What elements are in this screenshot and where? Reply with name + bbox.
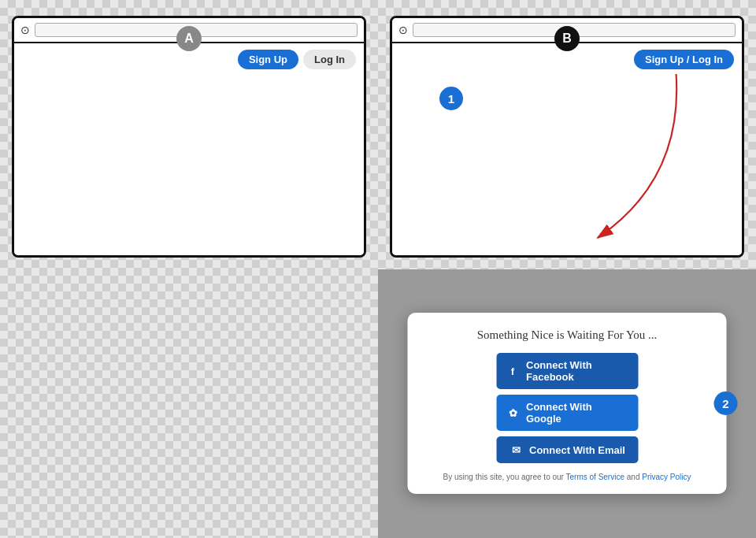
quadrant-b-inner: B ⊙ Sign Up / Log In 1 — [390, 16, 744, 258]
login-button-a[interactable]: Log In — [303, 50, 356, 69]
quadrant-d-inner: Something Nice is Waiting For You ... f … — [390, 281, 744, 527]
browser-window-b: B ⊙ Sign Up / Log In 1 — [390, 16, 744, 258]
privacy-policy-link[interactable]: Privacy Policy — [642, 473, 691, 481]
signup-login-button[interactable]: Sign Up / Log In — [634, 50, 734, 69]
google-icon: ✿ — [506, 406, 520, 420]
link-icon-a: ⊙ — [20, 24, 30, 36]
quadrant-a: A ⊙ Sign Up Log In — [0, 0, 378, 269]
terms-text: By using this site, you agree to our Ter… — [427, 473, 708, 481]
quadrant-c — [0, 269, 378, 539]
browser-window-a: A ⊙ Sign Up Log In — [12, 16, 366, 258]
browser-content-a: Sign Up Log In — [14, 43, 364, 255]
quadrant-b: B ⊙ Sign Up / Log In 1 — [378, 0, 756, 269]
connect-facebook-button[interactable]: f Connect With Facebook — [496, 353, 638, 389]
quadrant-d: Something Nice is Waiting For You ... f … — [378, 269, 756, 539]
connect-email-button[interactable]: ✉ Connect With Email — [496, 436, 638, 463]
nav-buttons-a: Sign Up Log In — [238, 50, 356, 69]
label-b: B — [554, 26, 580, 51]
signup-button-a[interactable]: Sign Up — [238, 50, 298, 69]
email-icon: ✉ — [509, 443, 523, 457]
link-icon-b: ⊙ — [398, 24, 408, 36]
step-1-circle: 1 — [439, 87, 463, 110]
label-a: A — [176, 26, 202, 51]
login-modal: Something Nice is Waiting For You ... f … — [408, 313, 727, 494]
arrow-svg — [392, 43, 742, 255]
terms-of-service-link[interactable]: Terms of Service — [566, 473, 624, 481]
facebook-icon: f — [506, 364, 520, 378]
modal-title: Something Nice is Waiting For You ... — [427, 328, 708, 342]
step-2-circle: 2 — [714, 391, 738, 415]
connect-google-button[interactable]: ✿ Connect With Google — [496, 395, 638, 431]
browser-content-b: Sign Up / Log In 1 — [392, 43, 742, 255]
